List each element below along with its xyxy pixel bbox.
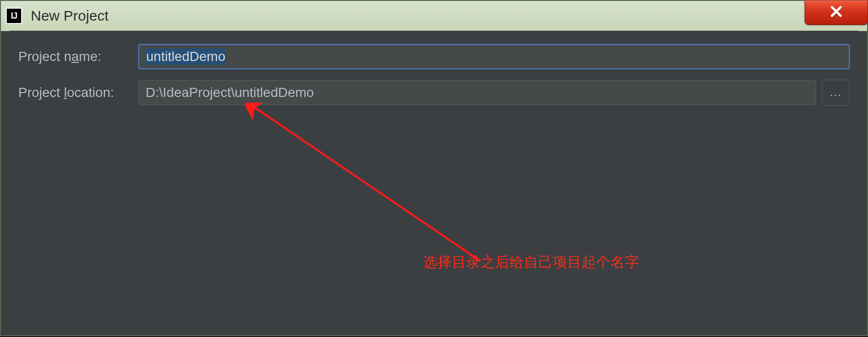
project-location-input[interactable]: D:\IdeaProject\untitledDemo bbox=[138, 80, 816, 105]
intellij-app-icon: IJ bbox=[6, 8, 22, 24]
app-icon-text: IJ bbox=[11, 11, 17, 21]
window-title: New Project bbox=[31, 8, 109, 24]
browse-location-button[interactable]: ... bbox=[822, 80, 850, 106]
project-name-label: Project name: bbox=[18, 49, 138, 64]
annotation-text: 选择目录之后给自己项目起个名字 bbox=[423, 253, 639, 272]
new-project-dialog: IJ New Project Project name: untitledDem… bbox=[0, 0, 868, 336]
project-name-value: untitledDemo bbox=[146, 48, 225, 65]
svg-line-0 bbox=[255, 108, 481, 261]
project-location-value: D:\IdeaProject\untitledDemo bbox=[146, 85, 314, 100]
annotation-arrow-icon bbox=[245, 103, 514, 276]
project-name-row: Project name: untitledDemo bbox=[18, 44, 850, 69]
dialog-content: Project name: untitledDemo Project locat… bbox=[10, 31, 858, 335]
close-icon bbox=[829, 4, 843, 21]
title-bar[interactable]: IJ New Project bbox=[1, 1, 867, 31]
ellipsis-icon: ... bbox=[830, 86, 842, 99]
project-name-input[interactable]: untitledDemo bbox=[138, 44, 850, 69]
project-location-label: Project location: bbox=[18, 85, 138, 100]
close-button[interactable] bbox=[805, 0, 868, 25]
project-location-row: Project location: D:\IdeaProject\untitle… bbox=[18, 80, 850, 106]
